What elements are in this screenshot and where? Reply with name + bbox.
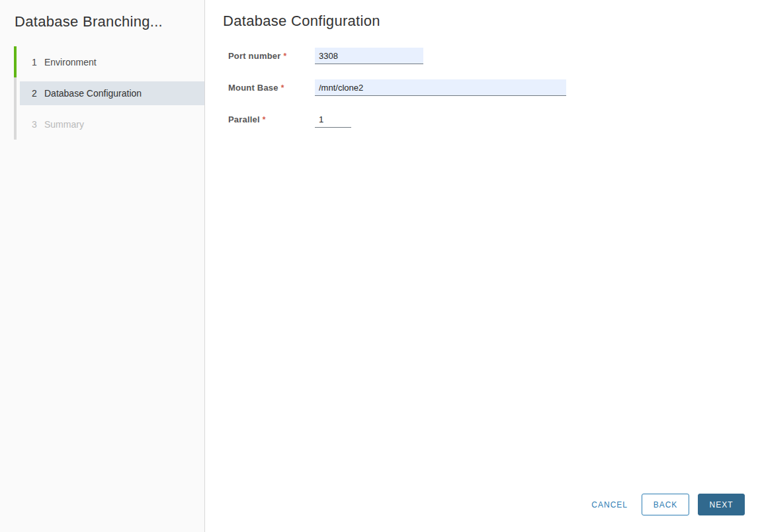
port-number-label: Port number* [228, 48, 315, 61]
back-button[interactable]: BACK [642, 494, 689, 515]
form-row-mount-base: Mount Base* [228, 79, 760, 96]
required-asterisk: * [283, 52, 286, 61]
step-item-database-configuration[interactable]: 2 Database Configuration [14, 77, 204, 109]
required-asterisk: * [263, 115, 266, 124]
step-item-environment[interactable]: 1 Environment [14, 46, 204, 77]
mount-base-input[interactable] [315, 79, 566, 96]
wizard-dialog: Database Branching... 1 Environment 2 Da… [0, 0, 760, 532]
step-number: 1 [31, 57, 38, 67]
wizard-title: Database Branching... [15, 13, 191, 30]
required-asterisk: * [281, 83, 284, 93]
step-number: 2 [31, 88, 38, 99]
wizard-sidebar: Database Branching... 1 Environment 2 Da… [0, 0, 205, 532]
wizard-page: Database Configuration Port number* Moun… [205, 0, 760, 532]
form-row-port-number: Port number* [228, 48, 760, 64]
step-number: 3 [31, 119, 38, 130]
cancel-button[interactable]: CANCEL [591, 500, 628, 510]
page-title: Database Configuration [223, 13, 760, 30]
step-label: Database Configuration [44, 88, 142, 99]
configuration-form: Port number* Mount Base* Parallel* [223, 48, 760, 128]
wizard-footer: CANCEL BACK NEXT [591, 494, 745, 515]
port-number-input[interactable] [315, 48, 423, 64]
next-button[interactable]: NEXT [698, 494, 745, 515]
form-row-parallel: Parallel* [228, 111, 760, 128]
step-label: Environment [44, 57, 97, 67]
mount-base-label: Mount Base* [228, 79, 315, 93]
step-nav: 1 Environment 2 Database Configuration 3… [14, 46, 204, 140]
parallel-input[interactable] [315, 111, 351, 128]
step-label: Summary [44, 119, 84, 130]
parallel-label: Parallel* [228, 111, 315, 124]
step-item-summary: 3 Summary [14, 109, 204, 140]
